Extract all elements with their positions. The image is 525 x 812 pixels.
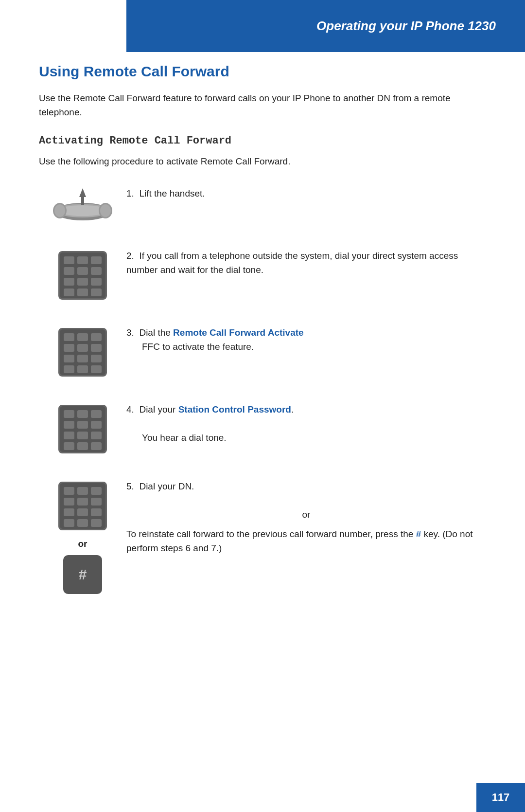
svg-rect-40 (77, 410, 88, 418)
svg-rect-41 (91, 410, 102, 418)
svg-rect-14 (64, 267, 74, 275)
svg-rect-50 (91, 442, 102, 450)
svg-rect-15 (77, 267, 88, 275)
or-label: or (78, 539, 88, 549)
svg-point-4 (54, 204, 65, 217)
hash-symbol: # (79, 566, 87, 583)
svg-rect-13 (91, 256, 102, 264)
svg-rect-58 (91, 498, 102, 505)
svg-rect-21 (77, 289, 88, 296)
main-content: Using Remote Call Forward Use the Remote… (0, 0, 525, 654)
svg-rect-39 (64, 410, 74, 418)
step-5-icon: or # (39, 477, 126, 594)
svg-rect-48 (64, 442, 74, 450)
svg-rect-31 (64, 355, 74, 362)
svg-rect-43 (77, 421, 88, 429)
svg-rect-20 (64, 289, 74, 296)
svg-rect-17 (64, 278, 74, 286)
step-4-after: . (291, 404, 294, 415)
svg-rect-27 (91, 333, 102, 341)
svg-rect-26 (77, 333, 88, 341)
svg-rect-61 (91, 508, 102, 516)
step-5-or: or (126, 507, 486, 522)
step-3-highlight: Remote Call Forward Activate (173, 327, 304, 338)
svg-rect-60 (77, 508, 88, 516)
step-3-row: 3. Dial the Remote Call Forward Activate… (39, 324, 486, 379)
step-4-text: 4. Dial your Station Control Password.Yo… (126, 400, 486, 445)
step-5-text: 5. Dial your DN. or To reinstate call fo… (126, 477, 486, 556)
step-5-reinstate: To reinstate call forward to the previou… (126, 529, 416, 539)
step-1-text: 1. Lift the handset. (126, 184, 486, 200)
svg-rect-63 (77, 519, 88, 527)
svg-rect-47 (91, 432, 102, 439)
svg-rect-36 (91, 365, 102, 373)
handset-icon (51, 186, 114, 225)
keypad-icon-2 (56, 249, 109, 302)
step-4-before: Dial your (139, 404, 178, 415)
step-4-sub: You hear a dial tone. (142, 433, 227, 443)
svg-rect-34 (64, 365, 74, 373)
step-4-number: 4. (126, 404, 139, 415)
svg-rect-57 (77, 498, 88, 505)
svg-rect-28 (64, 344, 74, 352)
sub-heading: Activating Remote Call Forward (39, 135, 486, 147)
steps-container: 1. Lift the handset. (39, 184, 486, 594)
svg-rect-29 (77, 344, 88, 352)
svg-rect-33 (91, 355, 102, 362)
header-bar: Operating your IP Phone 1230 (126, 0, 525, 52)
header-title-number: 1230 (468, 18, 496, 33)
step-3-text: 3. Dial the Remote Call Forward Activate… (126, 324, 486, 354)
svg-rect-49 (77, 442, 88, 450)
svg-rect-11 (64, 256, 74, 264)
step-1-content: Lift the handset. (139, 188, 205, 198)
svg-rect-12 (77, 256, 88, 264)
step-5-icon-col: or # (56, 479, 109, 594)
step-2-icon (39, 247, 126, 302)
hash-key: # (63, 555, 102, 594)
step-3-icon (39, 324, 126, 379)
svg-rect-30 (91, 344, 102, 352)
step-5-number: 5. (126, 481, 139, 491)
svg-rect-25 (64, 333, 74, 341)
svg-rect-19 (91, 278, 102, 286)
keypad-icon-3 (56, 325, 109, 379)
step-2-number: 2. (126, 251, 139, 261)
step-1-row: 1. Lift the handset. (39, 184, 486, 225)
svg-rect-46 (77, 432, 88, 439)
step-2-text: 2. If you call from a telephone outside … (126, 247, 486, 277)
svg-rect-44 (91, 421, 102, 429)
step-3-number: 3. (126, 327, 139, 338)
step-2-row: 2. If you call from a telephone outside … (39, 247, 486, 302)
step-5-row: or # 5. Dial your DN. or To reinstate ca… (39, 477, 486, 594)
svg-rect-54 (77, 487, 88, 495)
step-1-icon (39, 184, 126, 225)
section-heading: Using Remote Call Forward (39, 63, 486, 80)
svg-point-6 (100, 204, 111, 217)
step-3-before: Dial the (139, 327, 173, 338)
svg-rect-8 (81, 197, 84, 205)
svg-rect-64 (91, 519, 102, 527)
svg-marker-7 (79, 188, 86, 197)
step-5-hash-inline: # (416, 529, 421, 539)
svg-rect-45 (64, 432, 74, 439)
sub-intro-text: Use the following procedure to activate … (39, 155, 486, 169)
svg-rect-55 (91, 487, 102, 495)
svg-rect-16 (91, 267, 102, 275)
step-2-content: If you call from a telephone outside the… (126, 251, 458, 275)
svg-rect-22 (91, 289, 102, 296)
step-3-after: FFC to activate the feature. (142, 342, 254, 352)
header-title-text: Operating your IP Phone (316, 18, 464, 33)
page-footer: 117 (476, 783, 525, 812)
step-5-content: Dial your DN. (139, 481, 194, 491)
step-1-number: 1. (126, 188, 139, 198)
svg-rect-56 (64, 498, 74, 505)
step-4-row: 4. Dial your Station Control Password.Yo… (39, 400, 486, 456)
step-4-highlight: Station Control Password (178, 404, 291, 415)
svg-rect-42 (64, 421, 74, 429)
svg-rect-53 (64, 487, 74, 495)
svg-rect-32 (77, 355, 88, 362)
svg-rect-62 (64, 519, 74, 527)
header-title: Operating your IP Phone 1230 (316, 18, 496, 34)
svg-rect-59 (64, 508, 74, 516)
step-4-icon (39, 400, 126, 456)
